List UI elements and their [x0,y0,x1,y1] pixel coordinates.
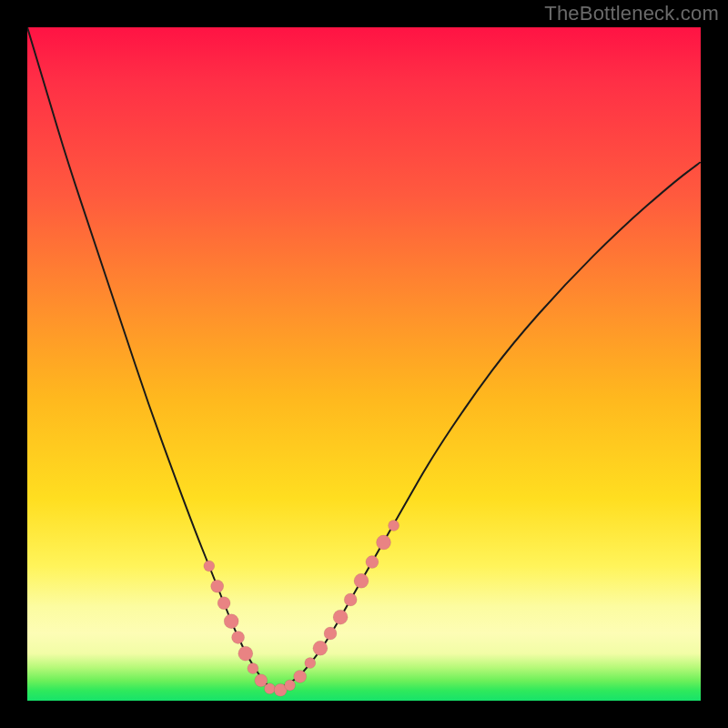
chart-svg [27,27,701,701]
bead-marker [285,680,296,691]
bead-marker [238,646,253,661]
bead-marker [211,580,224,592]
bead-marker [248,663,258,674]
watermark-text: TheBottleneck.com [544,2,719,25]
bead-marker [354,573,369,588]
bead-marker [264,683,275,694]
bead-marker [344,593,357,606]
bead-marker [377,535,391,550]
bead-marker [204,561,215,571]
bead-marker [333,610,348,624]
bead-marker [324,627,337,640]
bead-marker [366,556,379,569]
bead-marker [389,521,399,531]
bead-marker [313,641,328,655]
plot-area [27,27,701,701]
bead-marker [294,670,307,682]
bead-marker [305,658,316,669]
bead-marker [232,631,245,643]
chart-frame: TheBottleneck.com [0,0,728,728]
bead-marker [217,597,230,610]
bead-markers [204,521,399,697]
bead-marker [224,614,238,629]
bottleneck-curve [27,27,701,688]
